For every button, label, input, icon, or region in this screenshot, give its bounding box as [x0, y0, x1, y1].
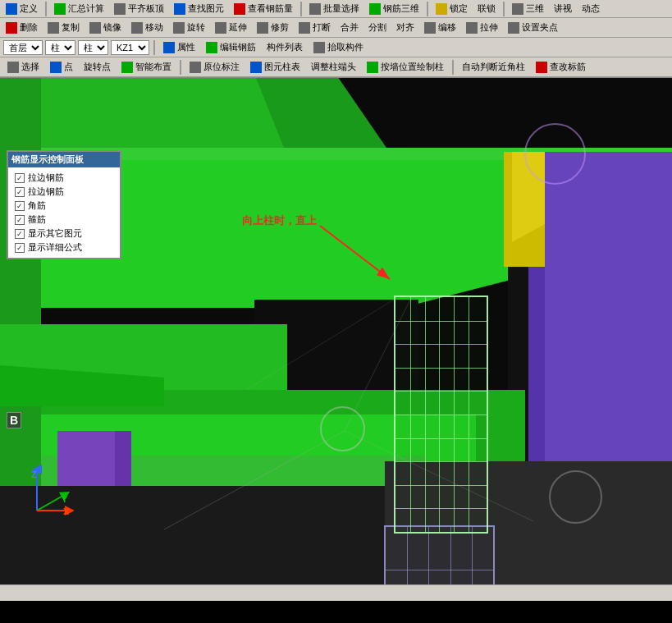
toolbar1-item-interlock[interactable]: 联锁	[473, 1, 500, 16]
tb4-adjust-cap[interactable]: 调整柱端头	[307, 59, 360, 75]
tb4-auto-corner[interactable]: 自动判断近角柱	[458, 59, 529, 75]
trim-icon	[257, 22, 268, 34]
tb2-trim[interactable]: 修剪	[253, 20, 293, 35]
find-icon	[174, 3, 185, 15]
tb2-stretch[interactable]: 拉伸	[462, 20, 502, 35]
tb4-rotate-point[interactable]: 旋转点	[80, 59, 115, 75]
checkbox-2[interactable]: ✓	[15, 201, 25, 211]
panel-item-1[interactable]: ✓ 拉边钢筋	[15, 185, 113, 199]
draw-by-wall-icon	[367, 62, 378, 73]
panel-item-5[interactable]: ✓ 显示详细公式	[15, 240, 113, 254]
tb2-extend[interactable]: 延伸	[211, 20, 251, 35]
sep-t4b	[452, 60, 454, 75]
tb3-edit-rebar[interactable]: 编辑钢筋	[202, 39, 260, 55]
separator3	[427, 2, 428, 16]
separator1	[45, 2, 47, 16]
panel-item-2[interactable]: ✓ 角筋	[15, 199, 113, 213]
y-axis-label: Y	[62, 494, 67, 504]
toolbar1-item-find[interactable]: 查找图元	[170, 1, 228, 16]
tb4-select[interactable]: 选择	[3, 59, 43, 75]
toolbar-row3: 首层 柱 柱 KZ1 属性 编辑钢筋 构件列表 抬取构件	[0, 38, 672, 57]
code-select[interactable]: KZ1	[111, 40, 149, 55]
separator4	[503, 2, 505, 16]
tb2-break[interactable]: 打断	[295, 20, 335, 35]
toolbar-row1: 定义 汇总计算 平齐板顶 查找图元 查看钢筋量 批量选择 钢筋三维	[0, 0, 672, 18]
tb4-point[interactable]: 点	[46, 59, 77, 75]
tb2-rotate[interactable]: 旋转	[169, 20, 209, 35]
toolbar1-item-batch-select[interactable]: 批量选择	[305, 1, 363, 16]
toolbar1-item-rebar-qty[interactable]: 查看钢筋量	[230, 1, 297, 16]
toolbar1-item-lock[interactable]: 锁定	[432, 1, 472, 16]
rebar-cage-main	[394, 295, 488, 534]
tb2-mirror[interactable]: 镜像	[85, 20, 126, 35]
toolbar1-item-rebar-3d[interactable]: 钢筋三维	[365, 1, 423, 16]
b-marker: B	[7, 412, 21, 428]
tb2-merge[interactable]: 合并	[336, 20, 363, 35]
mirror-icon	[89, 22, 101, 34]
separator2	[300, 2, 302, 16]
toolbar1-item-view[interactable]: 讲视	[550, 1, 576, 16]
in-place-mark-icon	[190, 62, 201, 73]
edit-rebar-icon	[206, 42, 217, 53]
tb3-component-list[interactable]: 构件列表	[263, 39, 307, 55]
circle-marker-3	[524, 123, 586, 185]
copy-icon	[48, 22, 59, 34]
rebar-3d-icon	[369, 3, 381, 15]
sep-t3	[153, 40, 155, 55]
select-icon	[7, 62, 19, 73]
tb2-align[interactable]: 对齐	[392, 20, 418, 35]
rotate-icon	[173, 22, 185, 34]
point-icon	[50, 62, 62, 73]
3d-icon	[512, 3, 523, 15]
panel-item-3[interactable]: ✓ 箍筋	[15, 213, 113, 227]
toolbar-row2: 删除 复制 镜像 移动 旋转 延伸 修剪 打断	[0, 18, 672, 38]
checkbox-3[interactable]: ✓	[15, 215, 25, 225]
tb4-check-mark[interactable]: 查改标筋	[532, 59, 590, 75]
checkbox-1[interactable]: ✓	[15, 187, 25, 197]
statusbar	[0, 584, 672, 601]
align-icon	[114, 3, 126, 15]
floor-select[interactable]: 首层	[3, 40, 43, 55]
tb2-offset[interactable]: 编移	[420, 20, 460, 35]
tb2-copy[interactable]: 复制	[43, 20, 84, 35]
type-select2[interactable]: 柱	[78, 40, 108, 55]
toolbar1-item-align[interactable]: 平齐板顶	[110, 1, 168, 16]
tb4-in-place-mark[interactable]: 原位标注	[185, 59, 244, 75]
set-grip-icon	[508, 22, 519, 34]
canvas-area[interactable]: 向上柱时，直上 B	[0, 78, 672, 584]
break-icon	[299, 22, 310, 34]
tb4-column-table[interactable]: 图元柱表	[246, 59, 304, 75]
steel-display-panel: 钢筋显示控制面板 ✓ 拉边钢筋 ✓ 拉边钢筋 ✓ 角筋 ✓ 箍筋 ✓ 显示其它图…	[7, 150, 121, 259]
circle-marker-1	[320, 406, 365, 451]
rebar-cage-bottom	[384, 525, 495, 584]
checkbox-4[interactable]: ✓	[15, 229, 25, 239]
tb2-delete[interactable]: 删除	[2, 20, 42, 35]
tb2-move[interactable]: 移动	[127, 20, 167, 35]
toolbar1-item-3d[interactable]: 三维	[508, 1, 548, 16]
type-select1[interactable]: 柱	[45, 40, 75, 55]
tb4-smart-layout[interactable]: 智能布置	[117, 59, 176, 75]
property-icon	[163, 42, 175, 53]
tb2-split[interactable]: 分割	[364, 20, 391, 35]
checkbox-5[interactable]: ✓	[15, 243, 25, 253]
tb4-draw-by-wall[interactable]: 按墙位置绘制柱	[363, 59, 448, 75]
tb2-set-grip[interactable]: 设置夹点	[504, 20, 562, 35]
toolbar1-item-calc[interactable]: 汇总计算	[50, 1, 108, 16]
move-icon	[131, 22, 143, 34]
stretch-icon	[466, 22, 478, 34]
smart-layout-icon	[121, 62, 133, 73]
toolbar1-item-define[interactable]: 定义	[2, 1, 42, 16]
define-icon	[6, 3, 17, 15]
panel-item-0[interactable]: ✓ 拉边钢筋	[15, 171, 113, 185]
x-axis-label: X	[63, 506, 69, 516]
lock-icon	[436, 3, 447, 15]
pick-component-icon	[313, 42, 325, 53]
sep-t4	[180, 60, 181, 75]
tb3-pick-component[interactable]: 抬取构件	[309, 39, 368, 55]
extend-icon	[215, 22, 226, 34]
offset-icon	[424, 22, 436, 34]
checkbox-0[interactable]: ✓	[15, 173, 25, 183]
toolbar1-item-dynamic[interactable]: 动态	[578, 1, 604, 16]
panel-item-4[interactable]: ✓ 显示其它图元	[15, 227, 113, 240]
tb3-property[interactable]: 属性	[159, 39, 199, 55]
